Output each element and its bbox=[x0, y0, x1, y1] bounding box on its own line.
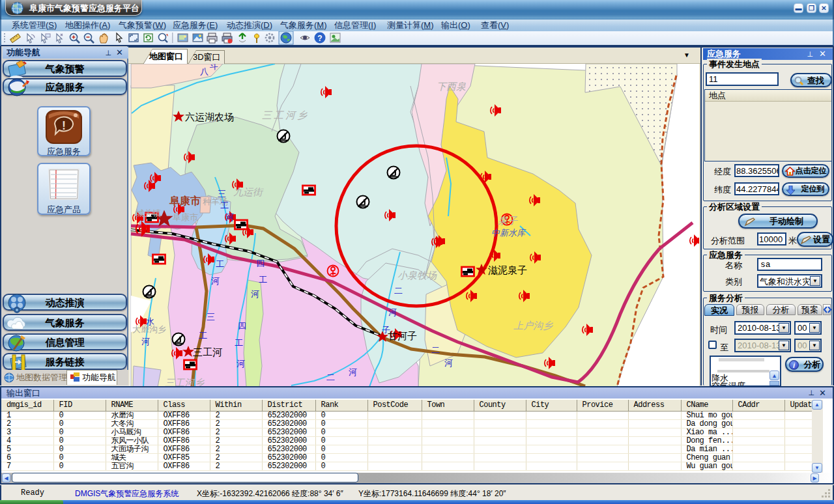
svg-text:工: 工 bbox=[216, 259, 224, 269]
svg-text:阜康市: 阜康市 bbox=[169, 195, 201, 206]
svg-text:三: 三 bbox=[218, 189, 226, 199]
svg-text:工: 工 bbox=[220, 201, 229, 210]
svg-text:甘河子: 甘河子 bbox=[388, 330, 417, 341]
svg-text:二: 二 bbox=[394, 286, 403, 296]
svg-text:河: 河 bbox=[211, 276, 220, 286]
svg-text:下西泉: 下西泉 bbox=[437, 81, 466, 92]
svg-text:三工河: 三工河 bbox=[193, 346, 222, 357]
svg-text:小泉牧场: 小泉牧场 bbox=[397, 270, 437, 281]
svg-text:斗: 斗 bbox=[209, 64, 218, 71]
svg-text:阜康市: 阜康市 bbox=[173, 212, 198, 222]
svg-text:河: 河 bbox=[251, 289, 259, 299]
svg-text:工: 工 bbox=[259, 275, 267, 285]
svg-text:?: ? bbox=[317, 34, 322, 43]
svg-text:河: 河 bbox=[444, 358, 453, 368]
svg-text:四: 四 bbox=[238, 321, 246, 331]
svg-text:六运湖农场: 六运湖农场 bbox=[185, 111, 234, 122]
svg-text:河: 河 bbox=[349, 367, 357, 377]
svg-text:四: 四 bbox=[256, 259, 265, 268]
svg-text:河: 河 bbox=[225, 212, 234, 222]
svg-text:!: ! bbox=[62, 119, 66, 132]
svg-text:水: 水 bbox=[146, 316, 154, 326]
svg-text:城关镇: 城关镇 bbox=[136, 208, 161, 218]
svg-text:滋泥泉子: 滋泥泉子 bbox=[488, 264, 527, 275]
svg-text:工: 工 bbox=[199, 331, 207, 341]
svg-text:九运街: 九运街 bbox=[233, 186, 264, 197]
svg-text:河: 河 bbox=[237, 359, 245, 369]
svg-text:工: 工 bbox=[235, 338, 243, 348]
svg-text:泉子: 泉子 bbox=[498, 215, 518, 226]
svg-text:八: 八 bbox=[200, 66, 208, 76]
svg-text:三工河乡: 三工河乡 bbox=[165, 377, 205, 387]
svg-text:河: 河 bbox=[141, 337, 150, 346]
svg-text:中新水库: 中新水库 bbox=[491, 228, 526, 238]
svg-text:二: 二 bbox=[326, 372, 335, 382]
svg-text:上户沟乡: 上户沟乡 bbox=[513, 320, 553, 331]
svg-text:河: 河 bbox=[388, 307, 397, 317]
svg-text:三工河乡: 三工河乡 bbox=[262, 109, 309, 120]
svg-text:二: 二 bbox=[431, 345, 440, 355]
svg-text:三: 三 bbox=[207, 312, 215, 322]
svg-text:子: 子 bbox=[382, 325, 390, 335]
